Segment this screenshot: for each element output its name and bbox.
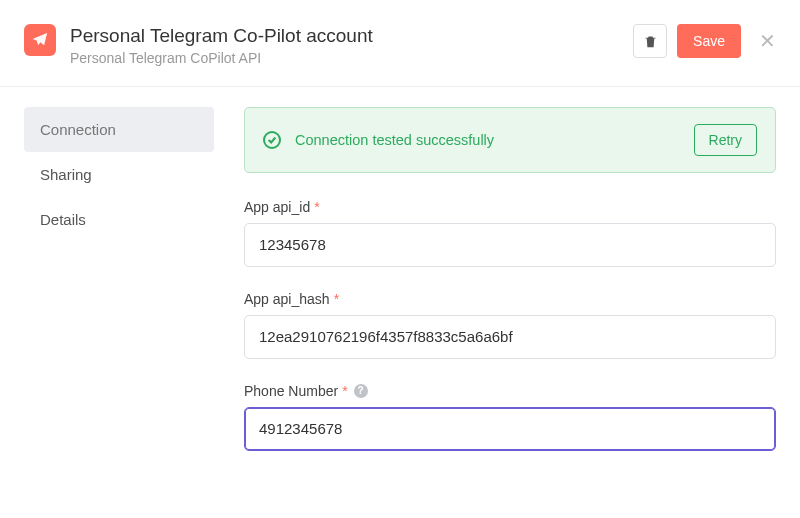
tab-sharing[interactable]: Sharing	[24, 152, 214, 197]
close-icon[interactable]: ✕	[759, 31, 776, 51]
required-marker: *	[342, 383, 347, 399]
sidebar: Connection Sharing Details	[24, 107, 214, 475]
telegram-icon	[24, 24, 56, 56]
alert-message: Connection tested successfully	[295, 132, 680, 148]
required-marker: *	[334, 291, 339, 307]
field-api-hash: App api_hash *	[244, 291, 776, 359]
field-api-id: App api_id *	[244, 199, 776, 267]
label-phone: Phone Number * ?	[244, 383, 776, 399]
retry-button[interactable]: Retry	[694, 124, 757, 156]
save-button[interactable]: Save	[677, 24, 741, 58]
trash-icon	[643, 34, 658, 49]
help-icon[interactable]: ?	[354, 384, 368, 398]
page-subtitle: Personal Telegram CoPilot API	[70, 50, 633, 66]
required-marker: *	[314, 199, 319, 215]
title-block: Personal Telegram Co-Pilot account Perso…	[70, 24, 633, 66]
api-hash-input[interactable]	[244, 315, 776, 359]
label-api-id: App api_id *	[244, 199, 776, 215]
field-phone: Phone Number * ?	[244, 383, 776, 451]
body: Connection Sharing Details Connection te…	[0, 87, 800, 495]
header: Personal Telegram Co-Pilot account Perso…	[0, 0, 800, 87]
phone-input[interactable]	[244, 407, 776, 451]
api-id-input[interactable]	[244, 223, 776, 267]
tab-connection[interactable]: Connection	[24, 107, 214, 152]
check-icon	[263, 131, 281, 149]
main-panel: Connection tested successfully Retry App…	[244, 107, 776, 475]
label-api-hash: App api_hash *	[244, 291, 776, 307]
page-title: Personal Telegram Co-Pilot account	[70, 24, 633, 48]
header-actions: Save ✕	[633, 24, 776, 58]
tab-details[interactable]: Details	[24, 197, 214, 242]
delete-button[interactable]	[633, 24, 667, 58]
success-alert: Connection tested successfully Retry	[244, 107, 776, 173]
